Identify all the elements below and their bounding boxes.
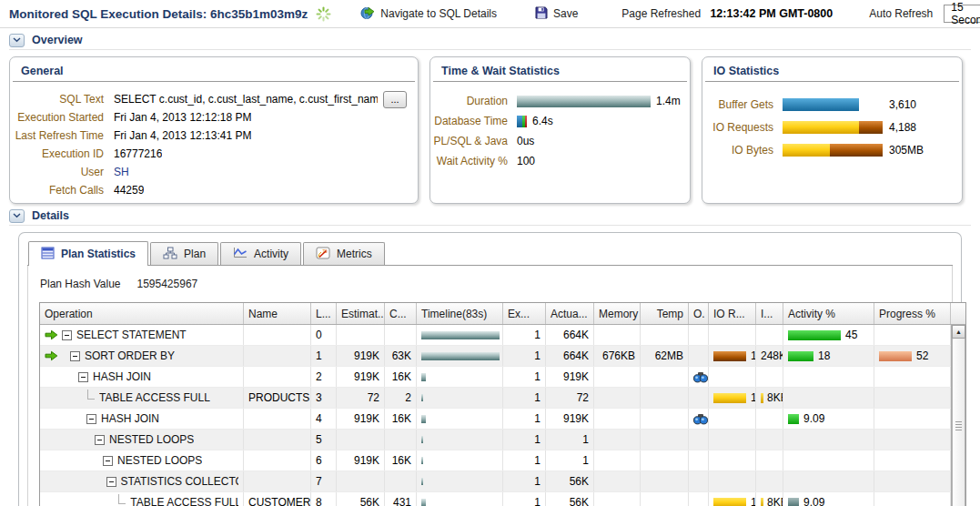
tab-plan[interactable]: Plan [150, 242, 218, 265]
user-link[interactable]: SH [114, 166, 129, 178]
cell-name [244, 471, 311, 491]
operation-name: SELECT STATEMENT [76, 329, 187, 341]
line-value: 1 [316, 349, 322, 362]
executions-value: 1 [534, 370, 541, 383]
activity-bar [788, 498, 799, 506]
plan-table-row[interactable]: HASH JOIN4919K16K1919K9.09 [40, 409, 951, 430]
cell-temp [641, 409, 689, 429]
details-section: Details Plan StatisticsPlanActivity70Met… [9, 207, 971, 506]
navigate-to-sql-details-label: Navigate to SQL Details [380, 7, 497, 20]
operation-name: HASH JOIN [93, 370, 151, 383]
plan-table-row[interactable]: HASH JOIN2919K16K1919K [40, 367, 951, 388]
collapse-minus-icon[interactable] [86, 414, 96, 424]
plan-table-row[interactable]: SELECT STATEMENT01664K45 [40, 325, 951, 346]
tab-metrics[interactable]: 70Metrics [303, 242, 385, 265]
tab-plan-statistics[interactable]: Plan Statistics [28, 241, 148, 266]
plan-table-row[interactable]: SORT ORDER BY1919K63K1664K676KB62MB1248K… [40, 346, 951, 367]
binoculars-icon[interactable] [693, 371, 708, 383]
cell-io_requests: 1 [709, 388, 756, 408]
stat-value: 3,610 [889, 98, 916, 111]
cost-value: 16K [392, 412, 411, 425]
db-time-wait-segment [525, 116, 527, 127]
timeline-bar [421, 331, 500, 339]
cell-line: 1 [311, 346, 337, 366]
stat-content: 0us [517, 135, 682, 147]
cell-cost: 16K [385, 409, 417, 429]
stat-label: Database Time [430, 115, 517, 127]
cell-executions: 1 [503, 471, 546, 491]
sql-text-ellipsis-button[interactable]: ... [383, 91, 407, 108]
plan-table-row[interactable]: TABLE ACCESS FULLCUSTOMERS856K431156K18K… [40, 492, 951, 506]
cell-actual: 664K [546, 325, 594, 345]
io_requests-bar [713, 498, 746, 506]
estimated-value: 919K [354, 454, 379, 467]
details-tabstrip: Plan StatisticsPlanActivity70Metrics [27, 241, 953, 266]
stat-label: IO Bytes [702, 144, 783, 157]
collapse-minus-icon[interactable] [103, 456, 113, 466]
overview-section-label: Overview [32, 34, 83, 46]
details-section-header: Details [9, 207, 971, 226]
field-label: Execution ID [10, 147, 114, 160]
column-header-io_requests: IO R... [709, 303, 756, 324]
binoculars-icon[interactable] [693, 413, 708, 425]
plan-table-row[interactable]: NESTED LOOPS6919K16K11 [40, 450, 951, 471]
scrollbar-up-arrow[interactable]: ▲ [952, 325, 965, 339]
timeline-bar [421, 373, 426, 381]
cell-cost: 63K [385, 346, 417, 366]
plan-table-row[interactable]: NESTED LOOPS511 [40, 430, 951, 450]
tab-activity[interactable]: Activity [220, 242, 301, 265]
save-button[interactable]: Save [535, 6, 578, 22]
cell-io_bytes [756, 409, 783, 429]
time-wait-row: PL/SQL & Java0us [430, 131, 682, 151]
cell-operation: NESTED LOOPS [40, 430, 244, 450]
cell-o [689, 388, 709, 408]
io-fields: Buffer Gets3,610IO Requests4,188IO Bytes… [702, 82, 962, 161]
line-value: 6 [316, 454, 322, 467]
cost-value: 16K [392, 454, 411, 467]
cell-operation: NESTED LOOPS [40, 450, 244, 471]
column-header-executions: Ex... [503, 303, 546, 324]
save-floppy-icon [535, 6, 548, 22]
auto-refresh-interval-select[interactable]: 15 Seconds ▼ [944, 5, 980, 23]
stat-value: 6.4s [532, 115, 553, 127]
cell-estimated [337, 430, 385, 450]
collapse-minus-icon[interactable] [95, 435, 105, 445]
column-header-estimated: Estimat... [337, 303, 385, 324]
stat-content: 100 [517, 155, 682, 167]
table-vertical-scrollbar[interactable]: ▲ [951, 325, 965, 506]
overview-disclosure-toggle[interactable] [9, 34, 25, 47]
collapse-minus-icon[interactable] [70, 351, 80, 361]
io-stat-row: Buffer Gets3,610 [702, 93, 955, 116]
cell-o [689, 492, 709, 506]
io-stat-row: IO Bytes305MB [702, 138, 955, 161]
plan-hash-row: Plan Hash Value 1595425967 [40, 278, 941, 290]
cell-io_bytes [756, 471, 783, 491]
navigate-globe-arrow-icon [360, 5, 375, 22]
cell-activity: 9.09 [783, 409, 874, 429]
scrollbar-thumb[interactable] [952, 339, 965, 506]
collapse-minus-icon[interactable] [78, 372, 88, 382]
plan-statistics-icon [41, 247, 55, 262]
actual-value: 919K [563, 412, 589, 425]
cell-executions: 1 [503, 367, 546, 387]
tab-label: Plan [184, 248, 206, 260]
stat-label: Duration [430, 95, 517, 107]
stat-value: 100 [517, 155, 535, 167]
details-disclosure-toggle[interactable] [9, 209, 25, 223]
collapse-minus-icon[interactable] [106, 477, 116, 487]
plan-table-row[interactable]: TABLE ACCESS FULLPRODUCTS372217218KB [40, 388, 951, 409]
navigate-to-sql-details-button[interactable]: Navigate to SQL Details [360, 5, 497, 22]
cell-estimated: 919K [337, 367, 385, 387]
current-step-arrow-icon [45, 350, 62, 361]
collapse-minus-icon[interactable] [62, 330, 72, 340]
cell-o [689, 450, 709, 471]
actual-value: 72 [577, 391, 589, 404]
cell-estimated [337, 325, 385, 345]
io-stat-row: IO Requests4,188 [702, 116, 955, 138]
stat-value: 0us [517, 135, 534, 147]
in-progress-spinner-icon [316, 6, 331, 22]
cell-io_bytes: 248KB [756, 346, 783, 366]
cell-name [244, 367, 311, 387]
plan-table-row[interactable]: STATISTICS COLLECTOR7156K [40, 471, 951, 492]
operation-name: SORT ORDER BY [85, 349, 175, 362]
